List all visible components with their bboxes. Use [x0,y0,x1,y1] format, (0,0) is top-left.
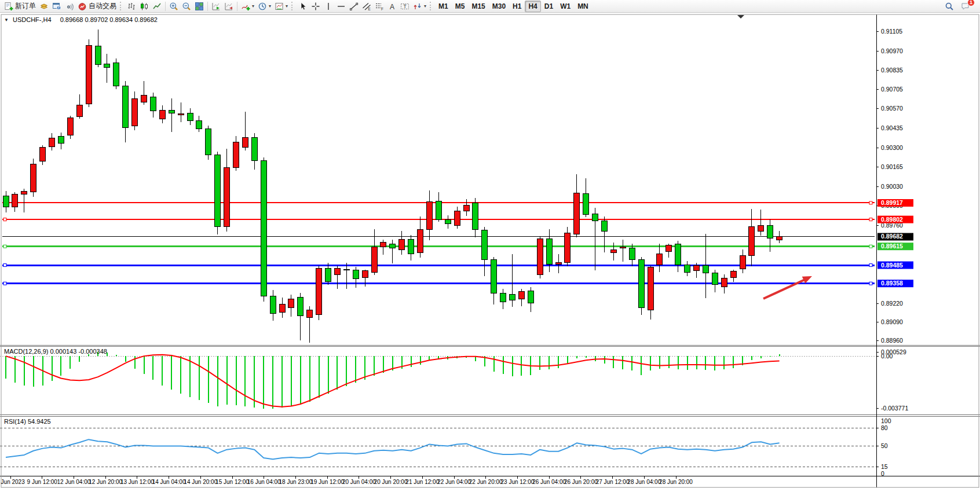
text-label-button[interactable]: T [398,1,411,12]
time-tick-label: 16 Jun 04:00 [247,479,281,485]
toolbar-group-scroll [210,0,235,13]
timeframe-h1-button[interactable]: H1 [509,1,525,12]
candle [114,58,119,90]
price-tick-label: 0.90835 [881,67,903,74]
line-anchor-marker[interactable] [869,201,872,204]
timeframe-w1-button[interactable]: W1 [557,1,574,12]
crosshair-button[interactable] [309,1,322,12]
channel-icon: E [362,2,371,11]
chart-canvas[interactable]: 0.911050.909700.908350.907050.905700.904… [0,13,980,488]
text-a-icon: A [387,2,397,11]
line-anchor-marker[interactable] [3,218,6,221]
time-tick-label: 26 Jun 04:00 [532,479,566,485]
fibo-icon: F [375,2,384,11]
vline-icon [324,2,333,11]
trendline-icon [349,2,359,11]
price-tick-label: 0.89220 [881,300,903,307]
dropdown-caret-icon[interactable]: ▾ [269,4,271,9]
timeframe-m30-button-label: M30 [492,2,506,10]
linechart-icon [152,2,162,11]
bar-chart-mode-button[interactable] [125,1,138,12]
timeframe-d1-button[interactable]: D1 [541,1,557,12]
toolbar-separator [120,2,123,10]
chart-window[interactable]: 0.911050.909700.908350.907050.905700.904… [0,13,980,488]
candle [215,152,221,234]
new-order-button-label: 新订单 [15,1,36,11]
toolbar: 新订单自动交易▾▾▾EFAT▾M1M5M15M30H1H4D1W1MN1 [0,0,980,13]
timeframe-m15-button[interactable]: M15 [468,1,488,12]
new-order-button[interactable]: 新订单 [2,1,38,12]
candle [565,227,571,266]
price-tick-label: 0.89090 [881,318,903,325]
dropdown-caret-icon[interactable]: ▾ [424,4,426,9]
rsi-axis-label: 80 [881,424,888,431]
notification-badge: 1 [967,0,975,6]
toolbar-separator [165,2,166,11]
signals-button[interactable] [63,1,76,12]
line-anchor-marker[interactable] [869,264,872,267]
line-anchor-marker[interactable] [3,245,6,248]
line-anchor-marker[interactable] [3,282,6,285]
macd-axis-label: -0.003771 [881,405,908,412]
timeframe-h4-button[interactable]: H4 [525,1,540,12]
toolbar-group-insert: ▾▾▾ [239,0,290,13]
zoom-in-button[interactable] [167,1,180,12]
chartshift-icon [224,2,233,11]
templates-button[interactable]: ▾ [273,1,290,12]
svg-text:0.89358: 0.89358 [881,280,903,287]
horizontal-line-button[interactable] [335,1,348,12]
timeframe-m1-button[interactable]: M1 [435,1,452,12]
svg-text:A: A [390,2,394,10]
arrows-button[interactable]: ▾ [411,1,428,12]
timeframe-m30-button[interactable]: M30 [489,1,509,12]
candle [261,157,266,302]
trendline-button[interactable] [348,1,360,12]
timeframe-m5-button[interactable]: M5 [452,1,469,12]
line-anchor-marker[interactable] [869,218,872,221]
fibonacci-button[interactable]: F [373,1,386,12]
timeframe-mn-button[interactable]: MN [574,1,592,12]
chat-button[interactable]: 1 [959,1,972,12]
zoom-out-button[interactable] [180,1,193,12]
svg-text:0.89615: 0.89615 [881,243,903,249]
price-tick-label: 0.90705 [881,86,903,93]
time-tick-label: 20 Jun 04:00 [342,479,376,485]
tiles-icon [195,2,204,11]
candlestick-mode-button[interactable] [138,1,151,12]
text-button[interactable]: A [386,1,398,12]
timeframe-mn-button-label: MN [577,2,588,10]
signal-icon [65,2,74,11]
search-button[interactable] [943,1,956,12]
dropdown-caret-icon[interactable]: ▾ [252,4,254,9]
price-tick-label: 0.90435 [881,124,903,131]
chart-shift-button[interactable] [222,1,235,12]
tile-windows-button[interactable] [193,1,206,12]
dropdown-caret-icon[interactable]: ▾ [286,4,288,9]
toolbar-separator [207,2,208,11]
timeframe-m1-button-label: M1 [438,2,448,10]
periods-button[interactable]: ▾ [256,1,273,12]
auto-trading-button[interactable]: 自动交易 [76,1,118,12]
equidistant-channel-button[interactable]: E [360,1,373,12]
price-tick-label: 0.90165 [881,163,903,170]
price-tick-label: 0.90300 [881,144,903,151]
cursor-button[interactable] [297,1,309,12]
vertical-line-button[interactable] [322,1,335,12]
zoom-in-icon [169,2,178,11]
line-anchor-marker[interactable] [869,245,872,248]
price-tick-label: 0.90570 [881,105,903,112]
time-tick-label: 14 Jun 04:00 [152,479,186,485]
charts-stack-button[interactable] [38,1,50,12]
line-chart-mode-button[interactable] [151,1,163,12]
auto-scroll-button[interactable] [210,1,222,12]
timeframe-h1-button-label: H1 [513,2,521,10]
time-tick-label: 14 Jun 20:00 [184,479,217,485]
stack-icon [39,2,49,11]
price-badge-0.89358: 0.89358 [877,280,913,287]
line-anchor-marker[interactable] [3,264,6,267]
indicators-button[interactable]: ▾ [239,1,256,12]
line-anchor-marker[interactable] [869,282,872,285]
market-watch-button[interactable] [50,1,63,12]
price-tick-label: 0.88960 [881,337,903,344]
price-tick-label: 0.90970 [881,47,903,54]
